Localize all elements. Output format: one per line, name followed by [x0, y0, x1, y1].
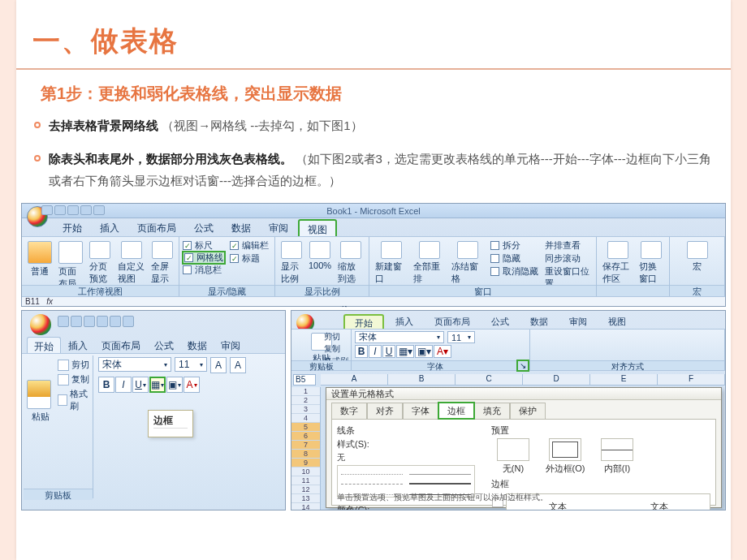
fx-button[interactable]: fx: [46, 297, 53, 306]
group-clipboard: 剪贴板: [24, 489, 93, 500]
btn-full-screen[interactable]: 全屏显示: [149, 239, 175, 291]
chk-formula-bar[interactable]: ✓编辑栏: [230, 239, 269, 252]
bullet-1-rest: （视图→网格线 --去掉勾，如下图1）: [162, 118, 363, 132]
format-cells-dialog: 设置单元格格式 数字 对齐 字体 边框 填充 保护 线条 样式(S): 无: [326, 387, 722, 508]
copy-icon: [58, 374, 69, 386]
group-clipboard: 剪贴板: [291, 360, 351, 370]
window-title: Book1 - Microsoft Excel: [22, 204, 725, 218]
step-heading: 第1步：更换和弱化表格线，突出显示数据: [16, 83, 731, 105]
label-line: 线条: [337, 424, 475, 437]
horizontal-rule: [16, 68, 731, 70]
dlg-tab-border[interactable]: 边框: [438, 403, 474, 419]
page-title: 一、做表格: [16, 0, 731, 63]
dialog-tabs[interactable]: 数字 对齐 字体 边框 填充 保护: [331, 403, 716, 419]
btn-underline[interactable]: U: [382, 345, 395, 358]
btn-underline[interactable]: U▾: [132, 377, 149, 393]
font-size-select[interactable]: 11▾: [175, 357, 207, 372]
font-dialog-launcher[interactable]: ↘: [518, 361, 528, 370]
btn-copy[interactable]: 复制: [58, 373, 92, 386]
btn-decrease-font[interactable]: A: [230, 357, 246, 373]
font-name-select[interactable]: 宋体▾: [355, 331, 444, 343]
chk-hide[interactable]: 隐藏: [490, 252, 538, 265]
name-box[interactable]: B5: [293, 374, 316, 386]
group-alignment: 对齐方式: [530, 360, 724, 370]
excel-ribbon-screenshot-1: Book1 - Microsoft Excel 开始 插入 页面布局 公式 数据…: [21, 203, 726, 307]
btn-cut[interactable]: 剪切: [324, 331, 348, 342]
group-show-hide: 显示/隐藏: [179, 285, 274, 296]
btn-save-workspace[interactable]: 保存工作区: [600, 239, 635, 286]
group-workbook-views: 工作簿视图: [22, 285, 179, 296]
font-size-select[interactable]: 11▾: [447, 331, 475, 343]
formula-bar[interactable]: B11 fx: [22, 296, 725, 306]
tooltip-borders: 边框: [148, 410, 193, 437]
bullet-1-em: 去掉表格背景网络线: [49, 118, 158, 132]
label-style: 样式(S):: [337, 438, 475, 450]
chk-ruler[interactable]: ✓标尺: [183, 239, 213, 252]
dlg-tab-number[interactable]: 数字: [331, 403, 367, 419]
group-macros: 宏: [670, 285, 724, 296]
btn-cut[interactable]: 剪切: [58, 359, 92, 371]
btn-font-color[interactable]: A▾: [184, 377, 200, 393]
chk-gridlines[interactable]: ✓网格线: [183, 252, 225, 264]
scissors-icon: [58, 360, 69, 371]
btn-format-painter[interactable]: 格式刷: [58, 388, 92, 412]
group-zoom: 显示比例: [275, 285, 369, 296]
row-headers[interactable]: 1234 56789 10111213141516: [291, 387, 321, 510]
excel-ribbon-screenshot-3: 开始 插入 页面布局 公式 数据 审阅 视图 粘贴 剪切 复制 格式刷 剪贴板: [291, 310, 726, 510]
style-none[interactable]: 无: [337, 452, 475, 463]
dlg-tab-protect[interactable]: 保护: [510, 403, 546, 419]
btn-italic[interactable]: I: [369, 345, 382, 358]
column-headers[interactable]: ABCDEF: [321, 374, 725, 386]
quick-access-toolbar[interactable]: [58, 316, 134, 327]
preset-inner[interactable]: 内部(I): [595, 438, 639, 475]
btn-custom-views[interactable]: 自定义视图: [115, 239, 147, 291]
excel-ribbon-screenshot-2: 开始 插入 页面布局 公式 数据 审阅 粘贴 剪切 复制 格式刷: [21, 310, 286, 510]
btn-fill-color[interactable]: ▣▾: [415, 345, 433, 358]
label-preset: 预置: [491, 424, 710, 437]
btn-new-window[interactable]: 新建窗口: [373, 239, 409, 290]
bullet-2: 除表头和表尾外，数据部分用浅灰色表格线。 （如下图2或者3，选定需更改表格线的单…: [34, 148, 711, 192]
btn-freeze-panes[interactable]: 冻结窗格: [449, 239, 486, 290]
dlg-tab-align[interactable]: 对齐: [367, 403, 403, 419]
office-orb-button[interactable]: [30, 314, 51, 335]
chk-headings[interactable]: ✓标题: [230, 252, 269, 265]
bullet-1: 去掉表格背景网络线 （视图→网格线 --去掉勾，如下图1）: [34, 114, 711, 136]
preset-outer[interactable]: 外边框(O): [543, 438, 587, 475]
btn-fill-color[interactable]: ▣▾: [166, 377, 183, 393]
bullet-dot: [34, 122, 41, 128]
btn-paste[interactable]: 粘贴: [27, 380, 54, 423]
dlg-tab-fill[interactable]: 填充: [474, 403, 510, 419]
btn-bold[interactable]: B: [98, 377, 114, 393]
dialog-title: 设置单元格格式: [326, 388, 721, 400]
chk-unhide[interactable]: 取消隐藏: [490, 265, 538, 278]
btn-borders[interactable]: ▦▾: [149, 377, 166, 393]
quick-access-toolbar[interactable]: [41, 205, 114, 216]
btn-switch-window[interactable]: 切换窗口: [637, 239, 666, 286]
paste-icon: [27, 380, 51, 409]
label-color: 颜色(C):: [337, 504, 369, 510]
btn-page-layout[interactable]: 页面布局: [56, 239, 85, 291]
chk-split[interactable]: 拆分: [490, 239, 538, 252]
btn-normal-view[interactable]: 普通: [25, 239, 54, 291]
btn-increase-font[interactable]: A: [210, 357, 227, 373]
btn-page-break[interactable]: 分页预览: [87, 239, 114, 291]
dialog-note: 单击预置选项、预览草图及上面的按钮可以添加边框样式。: [337, 492, 548, 503]
btn-arrange-all[interactable]: 全部重排: [411, 239, 447, 290]
btn-italic[interactable]: I: [115, 377, 132, 393]
btn-macros[interactable]: 宏: [684, 239, 710, 274]
name-box[interactable]: B11: [25, 297, 40, 306]
chk-message-bar[interactable]: 消息栏: [183, 264, 222, 276]
btn-borders[interactable]: ▦▾: [396, 345, 414, 358]
btn-sync-scroll[interactable]: 同步滚动: [545, 252, 593, 265]
font-name-select[interactable]: 宋体▾: [98, 357, 171, 372]
btn-bold[interactable]: B: [355, 345, 368, 358]
btn-font-color[interactable]: A▾: [434, 345, 451, 358]
paintbrush-icon: [58, 394, 67, 406]
bullet-2-em: 除表头和表尾外，数据部分用浅灰色表格线。: [49, 152, 292, 166]
group-font: 字体↘: [352, 360, 529, 370]
preset-none[interactable]: 无(N): [491, 438, 535, 475]
dlg-tab-font[interactable]: 字体: [403, 403, 438, 419]
btn-copy[interactable]: 复制: [324, 343, 348, 355]
btn-side-by-side[interactable]: 并排查看: [545, 239, 593, 252]
bullet-dot: [34, 155, 41, 162]
